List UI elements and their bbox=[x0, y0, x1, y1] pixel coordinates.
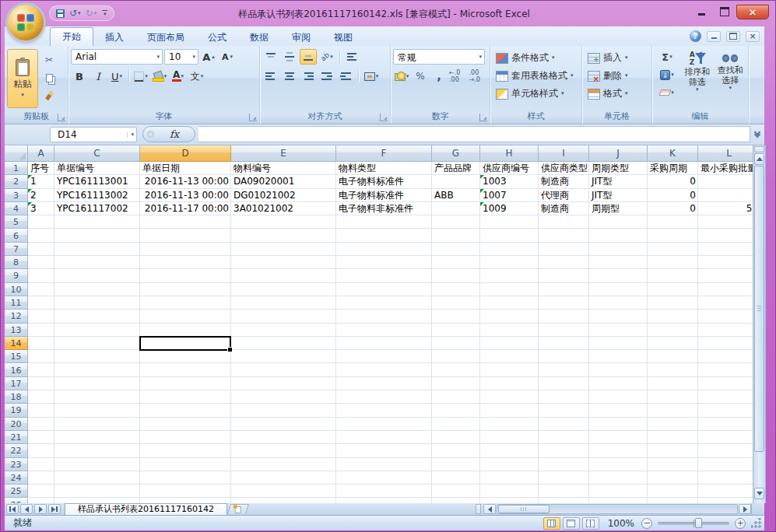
cell-H2[interactable]: 1003 bbox=[480, 175, 539, 188]
cell-H4[interactable]: 1009 bbox=[480, 202, 539, 215]
row-header-5[interactable]: 5 bbox=[5, 215, 28, 229]
workbook-close-button[interactable] bbox=[746, 31, 760, 42]
row-header-3[interactable]: 3 bbox=[5, 189, 28, 202]
cell-styles-button[interactable]: 单元格样式 bbox=[493, 85, 579, 103]
workbook-restore-button[interactable] bbox=[726, 31, 740, 42]
cell-D3[interactable]: 2016-11-13 00:00 bbox=[140, 189, 231, 202]
row-header-16[interactable]: 16 bbox=[5, 364, 28, 377]
zoom-out-button[interactable]: − bbox=[641, 518, 652, 529]
cell-G1[interactable]: 产品品牌 bbox=[432, 162, 480, 175]
help-button[interactable] bbox=[690, 30, 701, 42]
tab-home[interactable]: 开始 bbox=[50, 27, 93, 46]
align-right-button[interactable] bbox=[300, 68, 317, 84]
format-painter-button[interactable] bbox=[40, 88, 58, 103]
row-header-15[interactable]: 15 bbox=[5, 350, 28, 363]
minimize-button[interactable] bbox=[691, 5, 712, 19]
cell-H1[interactable]: 供应商编号 bbox=[480, 162, 539, 175]
scroll-up-button[interactable] bbox=[754, 153, 764, 165]
page-break-view-button[interactable] bbox=[582, 517, 599, 530]
tab-insert[interactable]: 插入 bbox=[93, 29, 135, 46]
row-header-7[interactable]: 7 bbox=[5, 243, 28, 256]
insert-function-button[interactable]: fx bbox=[142, 126, 195, 142]
cell-A1[interactable]: 序号 bbox=[28, 162, 54, 175]
cell-F1[interactable]: 物料类型 bbox=[336, 162, 432, 175]
resize-grip[interactable] bbox=[751, 518, 762, 529]
selected-cell-D14[interactable] bbox=[139, 336, 231, 351]
paste-button[interactable]: 粘贴 bbox=[7, 49, 38, 108]
scroll-down-button[interactable] bbox=[754, 488, 764, 499]
undo-button[interactable]: ↺ bbox=[68, 8, 83, 19]
cell-L1[interactable]: 最小采购批量 bbox=[698, 162, 753, 175]
font-family-select[interactable]: Arial bbox=[71, 49, 163, 65]
redo-button[interactable]: ↻ bbox=[84, 8, 99, 19]
cell-K1[interactable]: 采购周期 bbox=[648, 162, 698, 175]
row-header-9[interactable]: 9 bbox=[5, 269, 28, 282]
cell-E3[interactable]: DG01021002 bbox=[231, 189, 336, 202]
zoom-slider[interactable] bbox=[658, 522, 729, 525]
cell-A4[interactable]: 3 bbox=[28, 202, 54, 215]
cell-A2[interactable]: 1 bbox=[28, 175, 54, 188]
cell-C2[interactable]: YPC161113001 bbox=[54, 175, 140, 188]
tab-split-handle[interactable] bbox=[476, 504, 481, 514]
row-header-25[interactable]: 25 bbox=[5, 485, 28, 498]
row-header-10[interactable]: 10 bbox=[5, 283, 28, 296]
font-color-button[interactable]: A bbox=[170, 68, 187, 84]
decrease-indent-button[interactable] bbox=[318, 68, 335, 84]
column-header-H[interactable]: H bbox=[480, 145, 539, 162]
bottom-align-button[interactable] bbox=[300, 49, 317, 65]
tab-formulas[interactable]: 公式 bbox=[196, 29, 238, 46]
column-header-A[interactable]: A bbox=[28, 145, 54, 162]
cell-J1[interactable]: 周期类型 bbox=[589, 162, 648, 175]
clear-button[interactable] bbox=[655, 85, 679, 100]
close-button[interactable] bbox=[736, 5, 769, 19]
autosum-button[interactable]: Σ bbox=[655, 49, 679, 65]
select-all-corner[interactable] bbox=[5, 145, 28, 162]
scroll-right-button[interactable] bbox=[739, 504, 751, 514]
cell-I2[interactable]: 制造商 bbox=[539, 175, 589, 188]
row-header-18[interactable]: 18 bbox=[5, 390, 28, 404]
format-cells-button[interactable]: 格式 bbox=[585, 85, 649, 103]
cell-K3[interactable]: 0 bbox=[648, 189, 698, 202]
top-align-button[interactable] bbox=[262, 49, 279, 65]
save-button[interactable] bbox=[54, 9, 66, 18]
cell-I1[interactable]: 供应商类型 bbox=[539, 162, 589, 175]
row-header-4[interactable]: 4 bbox=[5, 202, 28, 215]
scroll-left-button[interactable] bbox=[483, 504, 496, 514]
cell-E1[interactable]: 物料编号 bbox=[231, 162, 336, 175]
fill-color-button[interactable] bbox=[151, 68, 168, 84]
row-header-1[interactable]: 1 bbox=[5, 162, 28, 175]
shrink-font-button[interactable]: A bbox=[219, 49, 236, 65]
tab-data[interactable]: 数据 bbox=[238, 29, 280, 46]
cell-I4[interactable]: 制造商 bbox=[539, 202, 589, 215]
cell-C1[interactable]: 单据编号 bbox=[54, 162, 140, 175]
column-header-K[interactable]: K bbox=[648, 145, 698, 162]
expand-formula-bar-button[interactable] bbox=[750, 126, 764, 142]
column-header-F[interactable]: F bbox=[336, 145, 432, 162]
alignment-dialog-launcher[interactable] bbox=[380, 114, 388, 121]
column-header-J[interactable]: J bbox=[589, 145, 648, 162]
row-header-17[interactable]: 17 bbox=[5, 377, 28, 390]
qat-customize-button[interactable] bbox=[102, 10, 107, 17]
page-layout-view-button[interactable] bbox=[563, 517, 580, 530]
copy-button[interactable] bbox=[40, 70, 58, 86]
cell-D1[interactable]: 单据日期 bbox=[140, 162, 231, 175]
sort-filter-button[interactable]: 排序和筛选 bbox=[682, 49, 713, 100]
cut-button[interactable] bbox=[40, 52, 58, 68]
last-sheet-button[interactable] bbox=[48, 504, 61, 514]
vertical-scroll-thumb[interactable] bbox=[754, 166, 764, 452]
grid-area[interactable]: ACDEFGHIJKL12345678910111213141516171819… bbox=[5, 145, 753, 503]
row-header-2[interactable]: 2 bbox=[5, 175, 28, 188]
tab-page-layout[interactable]: 页面布局 bbox=[135, 29, 196, 46]
row-header-20[interactable]: 20 bbox=[5, 418, 28, 431]
font-dialog-launcher[interactable] bbox=[249, 114, 257, 121]
cell-L4[interactable]: 55 bbox=[698, 202, 753, 215]
row-header-22[interactable]: 22 bbox=[5, 444, 28, 457]
previous-sheet-button[interactable] bbox=[20, 504, 33, 514]
zoom-slider-thumb[interactable] bbox=[695, 518, 702, 528]
row-header-19[interactable]: 19 bbox=[5, 404, 28, 417]
row-header-8[interactable]: 8 bbox=[5, 256, 28, 269]
italic-button[interactable]: I bbox=[90, 68, 107, 84]
zoom-in-button[interactable]: + bbox=[735, 518, 746, 529]
borders-button[interactable] bbox=[132, 68, 149, 84]
percent-style-button[interactable]: % bbox=[412, 68, 429, 84]
